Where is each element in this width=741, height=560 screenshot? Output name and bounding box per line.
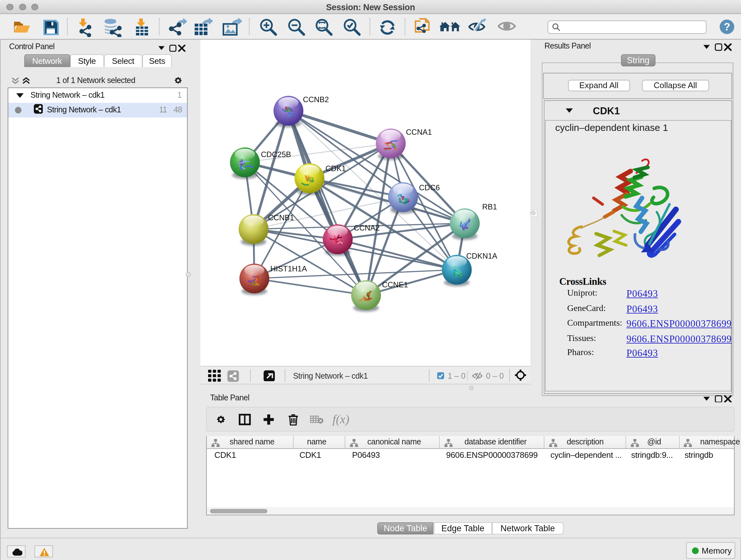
svg-text:?: ? xyxy=(724,21,730,33)
